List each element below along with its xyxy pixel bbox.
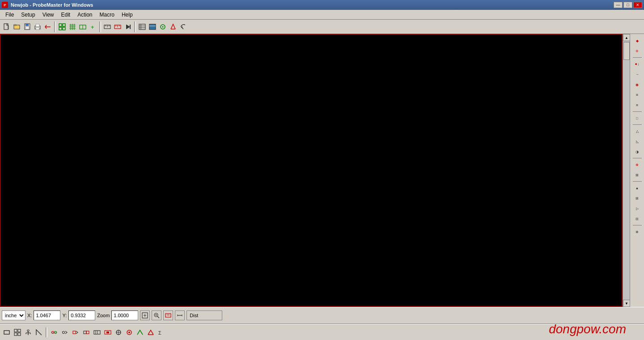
menu-action[interactable]: Action [74, 11, 96, 19]
tb-circle[interactable] [158, 22, 168, 32]
zoom-in-btn[interactable] [152, 310, 161, 320]
open-button[interactable] [12, 22, 22, 32]
tb-grid2[interactable] [68, 22, 77, 32]
title-bar: P Newjob - ProbeMaster for Windows — □ ✕ [0, 0, 644, 10]
menu-setup[interactable]: Setup [17, 11, 38, 19]
menu-help[interactable]: Help [118, 11, 136, 19]
rt-sort-down[interactable]: ●↓ [632, 59, 643, 69]
bt-f6[interactable] [103, 327, 113, 337]
canvas-area[interactable] [0, 34, 623, 307]
scroll-up-btn[interactable]: ▲ [623, 34, 630, 41]
rt-sep1 [633, 57, 642, 58]
bt-f11[interactable]: Σ [157, 327, 166, 337]
rt-sep2 [633, 111, 642, 112]
tb-undo2[interactable] [178, 22, 188, 32]
tb-sep3 [134, 21, 136, 32]
save-button[interactable] [22, 22, 32, 32]
scroll-track [623, 41, 630, 300]
svg-rect-56 [18, 329, 21, 332]
tb-undo[interactable] [43, 22, 53, 32]
bt-f2[interactable] [60, 327, 70, 337]
watermark: dongpow.com [549, 322, 626, 336]
dist-field[interactable]: Dist [186, 310, 222, 320]
svg-point-40 [162, 26, 164, 27]
scroll-thumb[interactable] [623, 42, 630, 60]
rt-target[interactable]: ◉ [632, 80, 643, 89]
tb-plus[interactable]: + [88, 22, 98, 32]
rt-tri1[interactable]: △ [632, 126, 643, 136]
svg-rect-11 [59, 24, 62, 26]
bt-f4[interactable] [81, 327, 91, 337]
rt-up-arrow[interactable]: ▲ [632, 183, 643, 193]
new-button[interactable] [2, 22, 12, 32]
rt-minus[interactable]: ⊟ [632, 214, 643, 224]
title-bar-left: P Newjob - ProbeMaster for Windows [2, 2, 93, 8]
bt-f5[interactable] [92, 327, 102, 337]
svg-rect-37 [149, 24, 156, 30]
bt-f3[interactable] [71, 327, 80, 337]
svg-rect-57 [14, 333, 17, 336]
tb-poly[interactable] [168, 22, 178, 32]
rt-plus-red[interactable]: ⊕ [632, 160, 643, 170]
zoom-custom-btn[interactable] [163, 310, 173, 320]
tb-tbl1[interactable] [137, 22, 147, 32]
rt-arrow-right[interactable]: → [632, 69, 643, 79]
rt-square[interactable]: □ [632, 113, 643, 123]
bt-f1[interactable] [49, 327, 59, 337]
app-icon: P [2, 2, 8, 8]
tb-nav-end[interactable] [123, 22, 133, 32]
bt-f9[interactable] [135, 327, 145, 337]
scroll-down-btn[interactable]: ▼ [623, 300, 630, 307]
rt-plus2[interactable]: ⊕ [632, 227, 643, 237]
bt-sep1 [46, 327, 47, 337]
bt-corner[interactable] [34, 327, 44, 337]
tb-measure1[interactable] [102, 22, 112, 32]
tb-tbl2[interactable] [148, 22, 157, 32]
rt-lines1[interactable]: ≡ [632, 90, 643, 100]
bt-f10[interactable] [146, 327, 156, 337]
menu-file[interactable]: File [2, 11, 17, 19]
tb-grid3[interactable] [78, 22, 88, 32]
bt-rect[interactable] [2, 327, 12, 337]
rt-crosshair[interactable]: ✛ [632, 46, 643, 56]
svg-rect-33 [139, 24, 145, 30]
menu-edit[interactable]: Edit [58, 11, 74, 19]
bt-grid[interactable] [13, 327, 22, 337]
tb-sep2 [99, 21, 101, 32]
menu-macro[interactable]: Macro [96, 11, 118, 19]
menu-bar: File Setup View Edit Action Macro Help [0, 10, 644, 20]
rt-right-arrow[interactable]: ▷ [632, 204, 643, 213]
tb-grid1[interactable] [57, 22, 67, 32]
rt-sep4 [633, 158, 642, 158]
measure-btn[interactable] [175, 310, 185, 320]
tb-measure2[interactable] [113, 22, 123, 32]
svg-rect-6 [25, 27, 29, 29]
menu-view[interactable]: View [39, 11, 58, 19]
rt-diamond[interactable]: ◆ [632, 36, 643, 46]
maximize-button[interactable]: □ [623, 2, 632, 8]
rt-grid2[interactable]: ⊞ [632, 193, 643, 203]
y-label: Y: [62, 313, 67, 318]
bt-f8[interactable] [124, 327, 134, 337]
print-button[interactable] [33, 22, 42, 32]
svg-text:Σ: Σ [158, 330, 161, 336]
rt-lines2[interactable]: ≡ [632, 100, 643, 110]
svg-rect-75 [106, 332, 109, 333]
svg-rect-68 [73, 331, 76, 334]
close-button[interactable]: ✕ [633, 2, 642, 8]
minimize-button[interactable]: — [614, 2, 623, 8]
svg-rect-70 [86, 331, 89, 334]
rt-half[interactable]: ◑ [632, 147, 643, 157]
unit-select[interactable]: inche mm [2, 310, 25, 320]
main-area: ▲ ▼ ◆ ✛ ●↓ → ◉ ≡ ≡ □ △ ◺ ◑ ⊕ ⊞ ▲ ⊞ ▷ ⊟ ⊕ [0, 34, 644, 307]
bt-f7[interactable] [114, 327, 123, 337]
svg-rect-58 [18, 333, 21, 336]
canvas-scrollbar[interactable]: ▲ ▼ [623, 34, 630, 307]
canvas-wrapper: ▲ ▼ [0, 34, 630, 307]
rt-sep6 [633, 225, 642, 225]
zoom-fit-btn[interactable] [140, 310, 150, 320]
rt-tri2[interactable]: ◺ [632, 136, 643, 146]
y-value: 0.9332 [68, 310, 95, 320]
rt-grid[interactable]: ⊞ [632, 170, 643, 180]
bt-anchor[interactable] [23, 327, 33, 337]
